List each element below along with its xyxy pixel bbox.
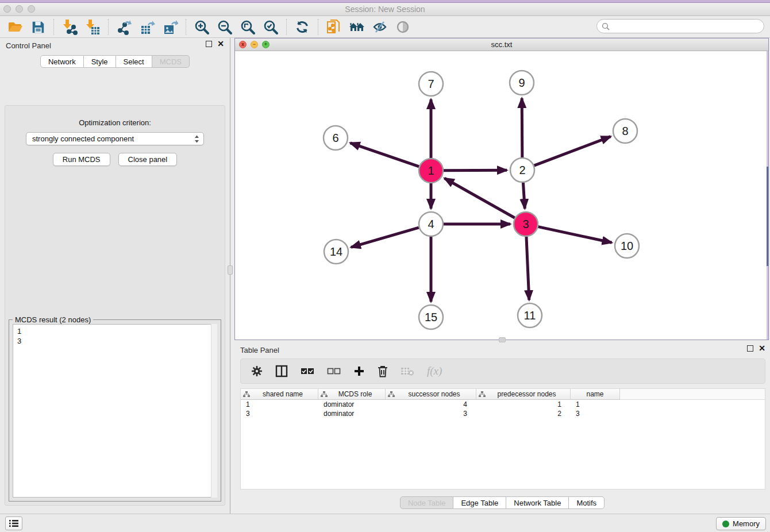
cell-name[interactable]: 1 [571, 400, 620, 408]
panel-splitter-handle[interactable] [228, 265, 233, 275]
cell-shared-name[interactable]: 3 [241, 410, 318, 418]
column-header-shared-name[interactable]: shared name [241, 389, 318, 400]
graph-edge-3-1[interactable] [445, 178, 515, 218]
add-column-button[interactable] [353, 365, 365, 377]
network-scrollbar-thumb[interactable] [767, 167, 768, 266]
export-image-button[interactable] [159, 18, 182, 36]
graph-edge-2-3[interactable] [523, 183, 525, 209]
tab-select[interactable]: Select [116, 55, 152, 68]
network-table-splitter-handle[interactable] [499, 337, 506, 342]
column-header-name[interactable]: name [571, 389, 620, 400]
run-mcds-button[interactable]: Run MCDS [53, 153, 110, 166]
select-all-rows-button[interactable] [301, 368, 314, 375]
hide-graphics-details-button[interactable] [368, 18, 391, 36]
tab-style[interactable]: Style [84, 55, 116, 68]
search-field[interactable] [596, 19, 764, 33]
search-input[interactable] [613, 22, 764, 30]
cell-name[interactable]: 3 [571, 410, 620, 418]
close-table-panel-icon[interactable]: ✕ [759, 345, 765, 352]
float-panel-icon[interactable] [206, 41, 212, 47]
export-network-button[interactable] [113, 18, 136, 36]
graph-node-label-8: 8 [622, 125, 628, 137]
cell-shared-name[interactable]: 1 [241, 400, 318, 408]
column-header-MCDS-role[interactable]: MCDS role [318, 389, 386, 400]
task-history-button[interactable] [5, 516, 22, 530]
column-header-label: shared name [250, 390, 315, 398]
refresh-icon [295, 20, 310, 34]
cell-MCDS-role[interactable]: dominator [318, 400, 386, 408]
import-network-button[interactable] [58, 18, 81, 36]
graph-node-label-9: 9 [518, 76, 525, 89]
zoom-out-button[interactable] [213, 18, 236, 36]
table-row-1[interactable]: 1dominator411 [241, 400, 765, 409]
export-table-button[interactable] [136, 18, 159, 36]
tab-mcds[interactable]: MCDS [152, 55, 190, 68]
column-header-predecessor-nodes[interactable]: predecessor nodes [476, 389, 571, 400]
import-table-button[interactable] [81, 18, 104, 36]
save-session-button[interactable] [26, 18, 49, 36]
graph-node-label-11: 11 [524, 309, 536, 322]
delete-table-button[interactable] [401, 366, 414, 376]
cell-predecessor-nodes[interactable]: 2 [476, 410, 571, 418]
cell-successor-nodes[interactable]: 3 [386, 410, 476, 418]
toolbar-separator [108, 19, 109, 35]
node-table-header: shared nameMCDS rolesuccessor nodesprede… [241, 389, 765, 400]
table-options-gear-button[interactable] [251, 365, 263, 377]
tab-motifs[interactable]: Motifs [569, 496, 605, 509]
zoom-selected-button[interactable] [259, 18, 282, 36]
memory-button[interactable]: Memory [716, 517, 766, 530]
tab-network[interactable]: Network [40, 55, 84, 68]
main-titlebar: Session: New Session [0, 3, 770, 16]
graph-node-label-3: 3 [522, 218, 529, 230]
network-canvas[interactable]: 7968124314101511 [235, 51, 768, 340]
close-panel-icon[interactable]: ✕ [217, 41, 224, 47]
column-header-successor-nodes[interactable]: successor nodes [386, 389, 476, 400]
optimization-criterion-dropdown[interactable]: strongly connected component [26, 132, 204, 145]
zoom-in-button[interactable] [190, 18, 213, 36]
homes-icon [348, 20, 365, 34]
tab-node-table[interactable]: Node Table [400, 496, 454, 509]
refresh-button[interactable] [291, 18, 314, 36]
network-scrollbar[interactable] [767, 51, 768, 340]
column-type-icon [388, 391, 395, 398]
tab-edge-table[interactable]: Edge Table [453, 496, 506, 509]
graph-edge-1-6[interactable] [351, 143, 419, 167]
column-visibility-button[interactable] [275, 365, 288, 377]
close-panel-button[interactable]: Close panel [118, 153, 178, 166]
toolbar-separator [318, 19, 318, 35]
duplicate-network-button[interactable] [322, 18, 345, 36]
table-row-2[interactable]: 3dominator323 [241, 409, 765, 418]
open-session-button[interactable] [3, 18, 26, 36]
graph-edge-1-2[interactable] [444, 170, 507, 171]
cell-MCDS-role[interactable]: dominator [318, 410, 386, 418]
network-window-titlebar[interactable]: x − + scc.txt [235, 38, 768, 51]
panel-splitter[interactable] [230, 38, 230, 514]
tab-network-table[interactable]: Network Table [506, 496, 569, 509]
open-folder-icon [7, 19, 23, 35]
application-window: Session: New Session [0, 0, 770, 532]
birds-eye-view-button[interactable] [391, 18, 414, 36]
mcds-result-list[interactable]: 1 3 [13, 324, 217, 498]
graph-edge-2-8[interactable] [534, 137, 611, 166]
graph-node-label-15: 15 [425, 311, 437, 323]
result-scrollbar[interactable] [211, 324, 217, 498]
cell-successor-nodes[interactable]: 4 [386, 400, 476, 408]
deselect-all-rows-button[interactable] [327, 368, 341, 375]
graph-edge-3-10[interactable] [538, 227, 612, 243]
graph-edge-3-11[interactable] [526, 237, 529, 300]
eye-icon [395, 19, 411, 35]
cell-predecessor-nodes[interactable]: 1 [476, 400, 571, 408]
graph-node-label-14: 14 [330, 245, 342, 258]
graph-edge-2-9[interactable] [522, 98, 522, 157]
export-image-icon [162, 19, 178, 35]
delete-column-button[interactable] [378, 365, 388, 377]
home-layout-button[interactable] [345, 18, 368, 36]
apply-function-button[interactable]: f(x) [427, 365, 442, 377]
zoom-fit-button[interactable] [236, 18, 259, 36]
control-panel-tabs: NetworkStyleSelectMCDS [0, 55, 230, 68]
graph-node-label-2: 2 [519, 164, 525, 176]
checked-boxes-icon [301, 368, 314, 375]
graph-edge-4-14[interactable] [351, 228, 419, 247]
float-table-panel-icon[interactable] [747, 345, 753, 352]
table-panel-tabs: Node TableEdge TableNetwork TableMotifs [234, 496, 770, 509]
